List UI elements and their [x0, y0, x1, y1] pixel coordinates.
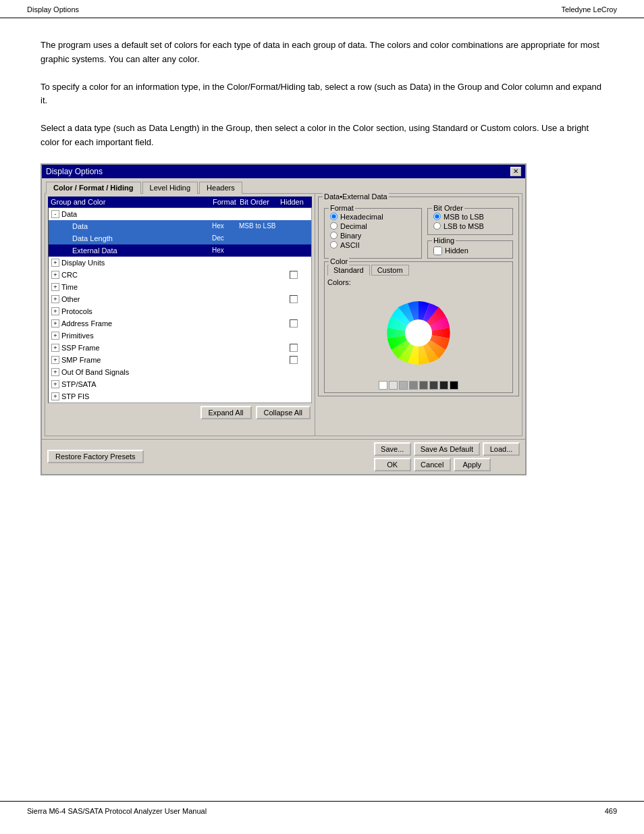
- color-tab-standard[interactable]: Standard: [327, 265, 370, 276]
- tree-row[interactable]: +Display Units: [49, 257, 311, 269]
- dialog-footer: Restore Factory Presets Save... Save As …: [42, 439, 525, 474]
- footer-right-text: 469: [605, 807, 617, 815]
- hidden-checkbox-row[interactable]: Hidden: [433, 246, 507, 255]
- expand-icon[interactable]: +: [51, 283, 59, 291]
- bitorder-group-title: Bit Order: [432, 204, 464, 212]
- tree-col-group: Group and Color: [48, 197, 210, 207]
- intro-para1: The program uses a default set of colors…: [41, 38, 603, 67]
- radio-hexadecimal[interactable]: Hexadecimal: [330, 213, 416, 221]
- intro-para2: To specify a color for an information ty…: [41, 80, 603, 109]
- tree-row[interactable]: +CRC: [49, 269, 311, 281]
- ok-button[interactable]: OK: [374, 458, 411, 471]
- load-button[interactable]: Load...: [483, 442, 520, 456]
- page-content: The program uses a default set of colors…: [0, 18, 644, 502]
- tree-col-hidden: Hidden: [277, 197, 308, 207]
- color-swatches-row[interactable]: [379, 381, 458, 390]
- tree-row[interactable]: +SSP Frame: [49, 342, 311, 354]
- hiding-group-title: Hiding: [432, 236, 456, 244]
- bitorder-group: Bit Order MSB to LSB LSB to MSB: [427, 208, 513, 235]
- expand-icon[interactable]: +: [51, 392, 59, 400]
- display-options-dialog: Display Options ✕ Color / Format / Hidin…: [41, 163, 527, 475]
- footer-center: Save... Save As Default Load... OK Cance…: [374, 442, 520, 471]
- apply-button[interactable]: Apply: [454, 458, 491, 471]
- tree-header: Group and Color Format Bit Order Hidden: [48, 197, 312, 207]
- right-panel: Data•External Data Format Hexadecimal: [315, 194, 522, 436]
- swatch-gray3[interactable]: [419, 381, 428, 390]
- close-icon: ✕: [513, 167, 518, 175]
- tree-row[interactable]: +SMP Frame: [49, 354, 311, 366]
- expand-icon[interactable]: +: [51, 356, 59, 364]
- expand-icon[interactable]: +: [51, 368, 59, 376]
- tree-row[interactable]: +Out Of Band Signals: [49, 366, 311, 378]
- format-group: Format Hexadecimal Decimal: [324, 208, 422, 259]
- color-wheel-wrapper[interactable]: [327, 289, 510, 390]
- expand-icon[interactable]: +: [51, 332, 59, 340]
- color-tab-custom[interactable]: Custom: [371, 265, 409, 276]
- tree-row[interactable]: +Primitives: [49, 330, 311, 342]
- save-as-default-button[interactable]: Save As Default: [414, 442, 480, 456]
- hiding-group: Hiding Hidden: [427, 240, 513, 259]
- expand-icon[interactable]: +: [51, 380, 59, 388]
- format-group-title: Format: [329, 204, 355, 212]
- tree-row[interactable]: +Protocols: [49, 305, 311, 317]
- page-footer: Sierra M6-4 SAS/SATA Protocol Analyzer U…: [0, 801, 644, 820]
- restore-factory-presets-button[interactable]: Restore Factory Presets: [47, 450, 144, 463]
- expand-icon[interactable]: +: [51, 295, 59, 303]
- radio-msb-to-lsb[interactable]: MSB to LSB: [433, 213, 507, 221]
- tree-row[interactable]: +Address Frame: [49, 317, 311, 330]
- expand-all-button[interactable]: Expand All: [200, 406, 252, 419]
- tree-row[interactable]: Data LengthDec: [49, 232, 311, 244]
- swatch-white[interactable]: [379, 381, 387, 390]
- expand-icon[interactable]: +: [51, 319, 59, 328]
- radio-lsb-to-msb[interactable]: LSB to MSB: [433, 222, 507, 230]
- tree-row[interactable]: +STP/SATA: [49, 378, 311, 390]
- footer-left-text: Sierra M6-4 SAS/SATA Protocol Analyzer U…: [27, 807, 207, 815]
- expand-icon[interactable]: +: [51, 259, 59, 267]
- main-group: Data•External Data Format Hexadecimal: [318, 197, 519, 396]
- radio-binary[interactable]: Binary: [330, 232, 416, 240]
- swatch-lightgray[interactable]: [389, 381, 398, 390]
- color-tabs: Standard Custom: [327, 265, 510, 276]
- cancel-button[interactable]: Cancel: [414, 458, 451, 471]
- main-group-title: Data•External Data: [323, 192, 389, 201]
- tab-level-hiding[interactable]: Level Hiding: [142, 182, 198, 194]
- collapse-all-button[interactable]: Collapse All: [256, 406, 311, 419]
- save-button[interactable]: Save...: [374, 442, 411, 456]
- tree-col-format: Format: [210, 197, 237, 207]
- dialog-title: Display Options: [46, 167, 103, 176]
- footer-left: Restore Factory Presets: [47, 450, 144, 463]
- color-wheel[interactable]: [375, 289, 462, 377]
- dialog-close-button[interactable]: ✕: [510, 167, 521, 176]
- dialog-tabs: Color / Format / Hiding Level Hiding Hea…: [42, 178, 525, 193]
- tab-color-format-hiding[interactable]: Color / Format / Hiding: [46, 182, 141, 194]
- swatch-gray1[interactable]: [399, 381, 408, 390]
- left-panel: Group and Color Format Bit Order Hidden …: [45, 194, 315, 436]
- swatch-darkgray[interactable]: [429, 381, 438, 390]
- swatch-black[interactable]: [450, 381, 458, 390]
- swatch-nearblack[interactable]: [439, 381, 448, 390]
- hidden-checkbox[interactable]: [433, 246, 442, 255]
- dialog-titlebar: Display Options ✕: [42, 165, 525, 178]
- page-header: Display Options Teledyne LeCroy: [0, 0, 644, 18]
- collapse-icon[interactable]: -: [51, 210, 59, 218]
- expand-icon[interactable]: +: [51, 307, 59, 315]
- tree-row[interactable]: -Data: [49, 208, 311, 220]
- radio-decimal[interactable]: Decimal: [330, 222, 416, 230]
- tree-container[interactable]: -DataDataHexMSB to LSBData LengthDecExte…: [48, 207, 312, 403]
- svg-point-1: [387, 301, 450, 365]
- header-left: Display Options: [27, 5, 79, 14]
- swatch-gray2[interactable]: [409, 381, 418, 390]
- tree-row[interactable]: +Time: [49, 281, 311, 293]
- expand-icon[interactable]: +: [51, 271, 59, 279]
- tree-row[interactable]: External DataHex: [49, 244, 311, 257]
- color-section-title: Color: [329, 257, 349, 265]
- tab-headers[interactable]: Headers: [199, 182, 242, 194]
- tree-col-bitorder: Bit Order: [237, 197, 277, 207]
- dialog-body: Group and Color Format Bit Order Hidden …: [45, 193, 522, 436]
- tree-row[interactable]: +Other: [49, 293, 311, 305]
- colors-label: Colors:: [327, 278, 510, 286]
- radio-ascii[interactable]: ASCII: [330, 241, 416, 249]
- tree-row[interactable]: DataHexMSB to LSB: [49, 220, 311, 232]
- expand-icon[interactable]: +: [51, 344, 59, 352]
- tree-row[interactable]: +STP FIS: [49, 390, 311, 402]
